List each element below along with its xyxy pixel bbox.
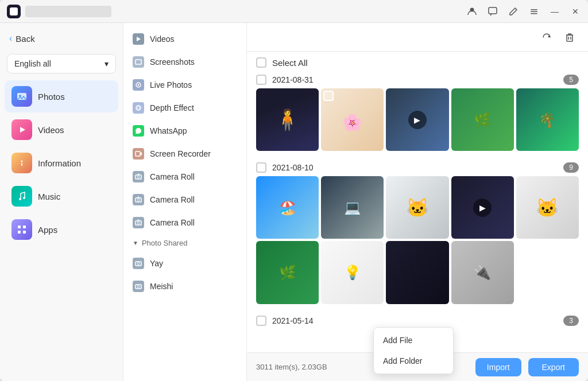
category-live-photos[interactable]: Live Photos (123, 73, 246, 96)
svg-rect-9 (21, 163, 22, 166)
sidebar-item-music[interactable]: Music (5, 180, 118, 212)
album-meishi-label: Meishi (150, 282, 173, 291)
language-dropdown[interactable]: English all ▾ (7, 54, 116, 73)
photo-thumb-video[interactable]: ▶ (386, 88, 448, 151)
app-window: — ✕ ‹ Back English all ▾ Photos (0, 0, 588, 381)
date-checkbox-20210831[interactable] (256, 75, 266, 85)
titlebar: — ✕ (0, 0, 588, 23)
date-header-20210810: 2021-08-10 9 (256, 158, 579, 176)
svg-rect-1 (489, 7, 497, 14)
photo-thumb[interactable]: 🔌 (451, 241, 514, 304)
album-yay-icon (133, 258, 144, 269)
album-meishi-icon (133, 281, 144, 292)
context-menu-add-file[interactable]: Add File (374, 330, 453, 351)
titlebar-title (25, 6, 111, 17)
category-videos-label: Videos (150, 34, 175, 44)
play-button-2[interactable]: ▶ (451, 176, 514, 239)
category-videos[interactable]: Videos (123, 28, 246, 50)
date-checkbox-20210514[interactable] (256, 316, 266, 326)
user-icon[interactable] (466, 6, 478, 17)
album-meishi[interactable]: Meishi (123, 275, 246, 298)
photos-icon (11, 86, 32, 107)
photo-checkbox[interactable] (323, 91, 334, 101)
sidebar-item-photos[interactable]: Photos (5, 80, 118, 112)
middle-panel: Videos Screenshots Live Photos Depth Eff… (123, 23, 247, 381)
sidebar-item-apps[interactable]: Apps (5, 213, 118, 246)
sidebar-item-videos[interactable]: Videos (5, 114, 118, 146)
close-button[interactable]: ✕ (570, 6, 581, 17)
category-recorder-icon (133, 148, 144, 160)
language-label: English all (14, 59, 51, 68)
album-yay-label: Yay (150, 259, 163, 268)
photo-thumb[interactable]: 🌴 (516, 88, 579, 151)
svg-marker-16 (137, 37, 141, 41)
svg-rect-14 (18, 231, 21, 234)
play-circle-icon: ▶ (408, 111, 427, 129)
select-all-label: Select All (272, 58, 308, 68)
menu-icon[interactable] (528, 6, 540, 17)
svg-rect-4 (531, 13, 537, 14)
refresh-button[interactable] (537, 28, 556, 46)
import-button[interactable]: Import (475, 358, 521, 376)
photo-thumb[interactable]: 🏖️ (256, 176, 319, 239)
date-label-20210810: 2021-08-10 (272, 163, 314, 172)
sidebar-label-photos: Photos (38, 92, 65, 102)
date-label-20210831: 2021-08-31 (272, 75, 314, 84)
minimize-button[interactable]: — (549, 6, 560, 17)
photo-area: 2021-08-31 5 🧍 🌸 ▶ (247, 70, 588, 352)
category-screen-recorder[interactable]: Screen Recorder (123, 142, 246, 165)
svg-point-10 (19, 198, 21, 200)
category-camera-roll-1[interactable]: Camera Roll (123, 165, 246, 188)
back-button[interactable]: ‹ Back (0, 28, 123, 49)
photo-thumb[interactable]: 🐱 (516, 176, 579, 239)
category-screenshots[interactable]: Screenshots (123, 50, 246, 73)
category-live-icon (133, 79, 144, 91)
date-checkbox-20210810[interactable] (256, 162, 266, 173)
category-camera-roll-3[interactable]: Camera Roll (123, 211, 246, 234)
photo-thumb-video2[interactable]: ▶ (451, 176, 514, 239)
sidebar-label-apps: Apps (38, 225, 57, 235)
svg-rect-17 (136, 60, 141, 64)
context-menu-add-folder[interactable]: Add Folder (374, 351, 453, 371)
photo-thumb[interactable]: 💡 (321, 241, 384, 304)
comment-icon[interactable] (487, 6, 498, 17)
category-depth-effect[interactable]: Depth Effect (123, 96, 246, 119)
photo-thumb[interactable]: 🌿 (256, 241, 319, 304)
category-whatsapp[interactable]: WhatsApp (123, 119, 246, 142)
svg-point-8 (21, 161, 23, 162)
category-depth-icon (133, 102, 144, 114)
date-header-20210831: 2021-08-31 5 (256, 70, 579, 88)
information-icon (11, 153, 32, 173)
svg-rect-22 (136, 151, 140, 156)
sidebar-nav: Photos Videos Information (0, 78, 123, 381)
select-all-checkbox[interactable] (256, 57, 266, 68)
photo-thumb[interactable]: 💻 (321, 176, 384, 239)
date-label-20210514: 2021-05-14 (272, 316, 314, 325)
svg-point-29 (137, 222, 140, 224)
apps-icon (11, 219, 32, 240)
date-section-20210831: 2021-08-31 5 🧍 🌸 ▶ (256, 70, 579, 151)
export-button[interactable]: Export (528, 358, 579, 376)
photo-thumb[interactable]: 🌿 (451, 88, 514, 151)
svg-rect-3 (531, 11, 537, 12)
app-icon (7, 5, 21, 18)
svg-point-31 (137, 263, 140, 265)
photo-thumb[interactable]: 🌸 (321, 88, 384, 151)
photo-thumb[interactable] (386, 241, 448, 304)
category-camera2-label: Camera Roll (150, 195, 195, 204)
sidebar-label-videos: Videos (38, 125, 64, 135)
category-camera-roll-2[interactable]: Camera Roll (123, 188, 246, 211)
main-content: ‹ Back English all ▾ Photos V (0, 23, 588, 381)
date-count-20210831: 5 (563, 75, 579, 85)
photo-thumb[interactable]: 🐱 (386, 176, 448, 239)
photo-thumb[interactable]: 🧍 (256, 88, 319, 151)
delete-button[interactable] (560, 28, 579, 46)
photo-shared-header[interactable]: ▼ Photo Shared (123, 234, 246, 252)
date-count-20210810: 9 (563, 162, 579, 173)
album-yay[interactable]: Yay (123, 252, 246, 275)
play-button[interactable]: ▶ (386, 88, 448, 151)
titlebar-controls: — ✕ (466, 6, 581, 17)
edit-icon[interactable] (508, 6, 519, 17)
sidebar-item-information[interactable]: Information (5, 147, 118, 179)
toolbar-actions (537, 28, 579, 46)
